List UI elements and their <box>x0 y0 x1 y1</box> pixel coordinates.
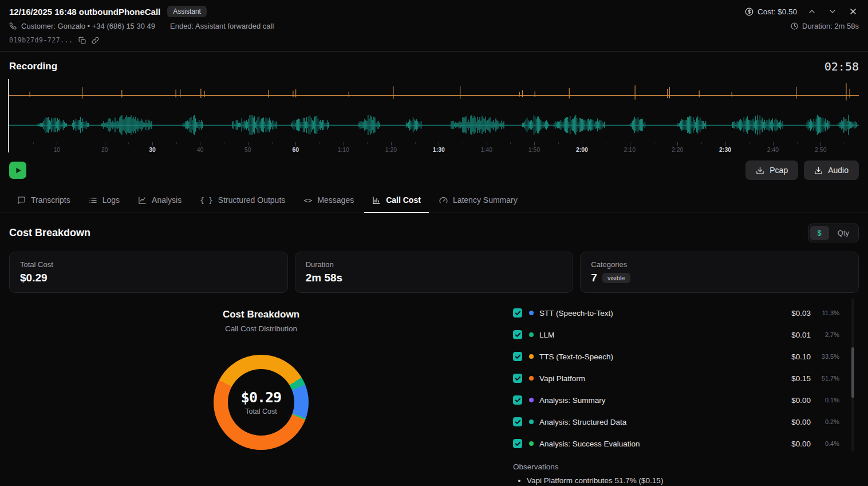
ruler-tick <box>654 142 654 144</box>
ruler-label: 50 <box>244 146 251 153</box>
legend-color-dot <box>529 398 534 402</box>
legend-row: Vapi Platform $0.15 51.7% <box>513 367 839 389</box>
tab-transcripts[interactable]: Transcripts <box>9 188 78 213</box>
copy-icon <box>78 37 86 44</box>
ruler-tick <box>701 142 702 144</box>
visible-badge: visible <box>602 273 630 283</box>
legend-color-dot <box>529 376 534 381</box>
ruler-tick <box>463 142 463 144</box>
scrollbar-thumb[interactable] <box>851 347 854 398</box>
ruler-label: 1:40 <box>480 146 492 153</box>
recording-title: Recording <box>9 61 57 72</box>
braces-icon: { } <box>200 196 213 205</box>
copy-id-button[interactable] <box>78 37 86 44</box>
ruler-tick <box>797 142 798 144</box>
tab-structured-outputs[interactable]: { }Structured Outputs <box>192 188 293 213</box>
legend-percent: 11.3% <box>816 309 839 316</box>
legend-checkbox[interactable] <box>513 308 522 318</box>
ruler-tick <box>606 142 606 144</box>
legend-row: Analysis: Summary $0.00 0.1% <box>513 389 839 411</box>
waveform-canvas[interactable] <box>9 78 859 142</box>
ruler-tick <box>677 142 678 146</box>
playhead[interactable] <box>8 79 9 152</box>
legend-price: $0.03 <box>791 309 811 318</box>
tab-call-cost[interactable]: Call Cost <box>364 188 429 213</box>
ruler-tick <box>295 142 296 146</box>
legend-checkbox[interactable] <box>513 352 522 361</box>
ruler-tick <box>773 142 774 146</box>
legend-checkbox[interactable] <box>513 439 522 448</box>
legend-checkbox[interactable] <box>513 374 522 383</box>
legend-price: $0.10 <box>791 352 811 361</box>
donut-total: $0.29 <box>241 389 281 406</box>
header-cost: Cost: $0.50 <box>745 7 797 16</box>
ruler-label: 40 <box>197 146 204 153</box>
summary-card: Categories 7 visible <box>580 252 859 293</box>
code-icon: <> <box>303 196 312 205</box>
ruler-tick <box>344 142 344 146</box>
card-label: Duration <box>306 260 563 269</box>
ruler-label: 2:50 <box>815 146 826 153</box>
link-icon <box>92 37 99 44</box>
tab-analysis[interactable]: Analysis <box>130 188 190 213</box>
dollar-toggle-button[interactable]: $ <box>810 226 829 240</box>
pcap-download-button[interactable]: Pcap <box>745 160 798 180</box>
legend-row: TTS (Text-to-Speech) $0.10 33.5% <box>513 346 839 367</box>
observations-list: Vapi Platform contributes 51.7% ($0.15)T… <box>513 476 839 486</box>
legend-label: LLM <box>539 331 786 339</box>
ruler-tick <box>510 142 511 144</box>
header-cost-label: Cost: $0.50 <box>757 7 797 16</box>
legend-percent: 33.5% <box>816 353 839 360</box>
recording-section: Recording 02:58 1020304050601:101:201:30… <box>0 51 868 188</box>
ruler-tick <box>582 142 582 146</box>
legend-price: $0.00 <box>791 396 811 405</box>
ruler-tick <box>200 142 200 146</box>
ruler-tick <box>319 142 320 144</box>
close-icon <box>849 7 858 16</box>
legend-price: $0.00 <box>791 440 811 448</box>
tab-label: Call Cost <box>386 195 421 205</box>
barchart-icon <box>372 196 381 205</box>
ruler-label: 1:20 <box>385 146 397 153</box>
legend-checkbox[interactable] <box>513 330 522 339</box>
ruler-tick <box>820 142 821 146</box>
chart-title: Cost Breakdown <box>9 309 513 320</box>
tab-label: Latency Summary <box>453 195 518 205</box>
ruler-tick <box>57 142 57 146</box>
observations: Observations Vapi Platform contributes 5… <box>513 463 839 486</box>
next-call-button[interactable] <box>827 6 838 17</box>
tab-messages[interactable]: <>Messages <box>295 188 362 213</box>
gauge-icon <box>439 196 448 205</box>
ruler-tick <box>152 142 153 146</box>
legend-color-dot <box>529 441 534 446</box>
legend-scrollbar[interactable] <box>851 298 854 452</box>
summary-cards: Total Cost $0.29Duration 2m 58sCategorie… <box>9 252 859 293</box>
legend-checkbox[interactable] <box>513 395 522 405</box>
call-id: 019b27d9-727... <box>9 36 73 44</box>
ruler-tick <box>487 142 487 146</box>
customer-info: Customer: Gonzalo • +34 (686) 15 30 49 <box>21 22 155 30</box>
download-icon <box>756 166 764 175</box>
tab-logs[interactable]: Logs <box>81 188 128 213</box>
legend-percent: 2.7% <box>816 331 839 338</box>
cost-donut-chart[interactable]: $0.29 Total Cost <box>214 355 309 450</box>
ruler-tick <box>534 142 535 146</box>
close-button[interactable] <box>847 6 859 17</box>
legend-row: LLM $0.01 2.7% <box>513 324 839 346</box>
card-value: 7 visible <box>591 272 848 284</box>
legend-checkbox[interactable] <box>513 417 522 426</box>
tab-latency-summary[interactable]: Latency Summary <box>431 188 526 213</box>
legend-row: Analysis: Success Evaluation $0.00 0.4% <box>513 433 839 454</box>
copy-link-button[interactable] <box>92 37 99 44</box>
ruler-tick <box>367 142 368 144</box>
legend-price: $0.00 <box>791 418 811 426</box>
ruler-label: 20 <box>101 146 108 153</box>
ruler-label: 2:10 <box>624 146 636 153</box>
waveform[interactable]: 1020304050601:101:201:301:401:502:002:10… <box>9 78 859 155</box>
play-button[interactable] <box>9 162 26 179</box>
qty-toggle-button[interactable]: Qty <box>830 226 857 240</box>
previous-call-button[interactable] <box>806 6 818 17</box>
audio-download-button[interactable]: Audio <box>804 160 859 180</box>
ruler-tick <box>630 142 630 146</box>
ruler-label: 2:20 <box>672 146 683 153</box>
